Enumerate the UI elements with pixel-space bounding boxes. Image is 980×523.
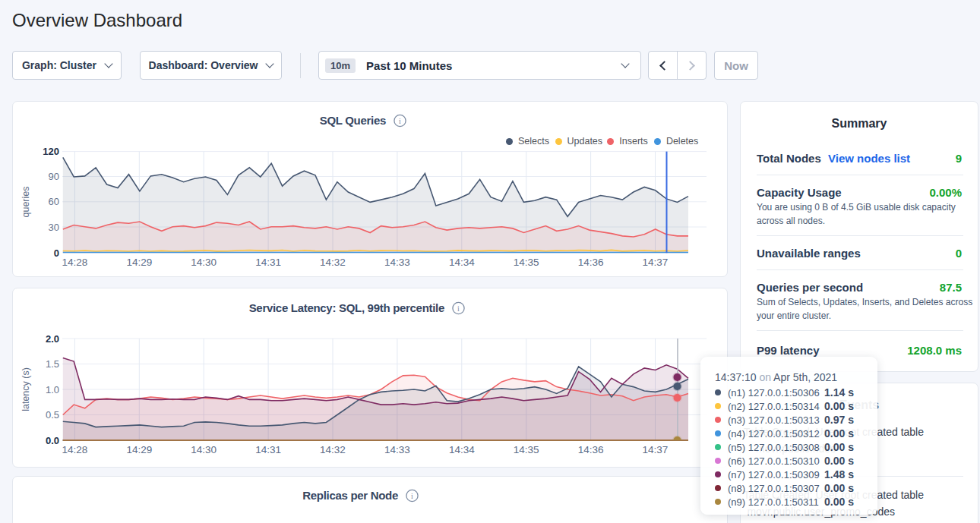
svg-text:14:32: 14:32: [320, 444, 346, 455]
svg-text:0: 0: [54, 247, 59, 259]
svg-text:i: i: [411, 492, 413, 500]
svg-text:30: 30: [49, 222, 59, 233]
svg-text:i: i: [457, 304, 460, 313]
svg-text:14:33: 14:33: [384, 257, 410, 268]
svg-text:14:35: 14:35: [514, 444, 539, 455]
svg-text:0.0: 0.0: [46, 435, 59, 446]
svg-text:i: i: [399, 117, 401, 125]
svg-text:14:36: 14:36: [578, 444, 604, 455]
svg-text:90: 90: [49, 171, 59, 182]
svg-text:Replicas per Node: Replicas per Node: [302, 489, 398, 502]
svg-text:14:36: 14:36: [578, 257, 604, 268]
svg-text:60: 60: [49, 196, 59, 207]
svg-text:14:37: 14:37: [643, 257, 669, 268]
svg-text:1.0: 1.0: [46, 384, 59, 395]
svg-text:120: 120: [43, 146, 59, 157]
svg-text:14:30: 14:30: [191, 444, 217, 455]
svg-text:latency (s): latency (s): [21, 367, 31, 411]
svg-text:0.5: 0.5: [46, 409, 59, 421]
svg-text:2.0: 2.0: [46, 333, 59, 345]
svg-text:14:31: 14:31: [255, 444, 281, 455]
svg-text:14:34: 14:34: [449, 444, 475, 455]
svg-text:14:30: 14:30: [191, 257, 217, 268]
svg-text:14:29: 14:29: [126, 444, 152, 455]
svg-text:14:35: 14:35: [514, 257, 539, 268]
svg-text:queries: queries: [21, 187, 31, 218]
svg-text:14:29: 14:29: [126, 257, 152, 268]
svg-text:14:34: 14:34: [449, 257, 475, 268]
svg-text:14:32: 14:32: [320, 257, 346, 268]
svg-text:SQL Queries: SQL Queries: [320, 114, 386, 127]
svg-text:14:33: 14:33: [384, 444, 410, 455]
svg-text:14:28: 14:28: [62, 257, 88, 268]
svg-text:14:31: 14:31: [255, 257, 281, 268]
svg-text:14:28: 14:28: [62, 444, 88, 455]
svg-text:14:37: 14:37: [643, 444, 669, 455]
svg-text:1.5: 1.5: [46, 358, 59, 370]
svg-text:Service Latency: SQL, 99th per: Service Latency: SQL, 99th percentile: [249, 301, 444, 314]
